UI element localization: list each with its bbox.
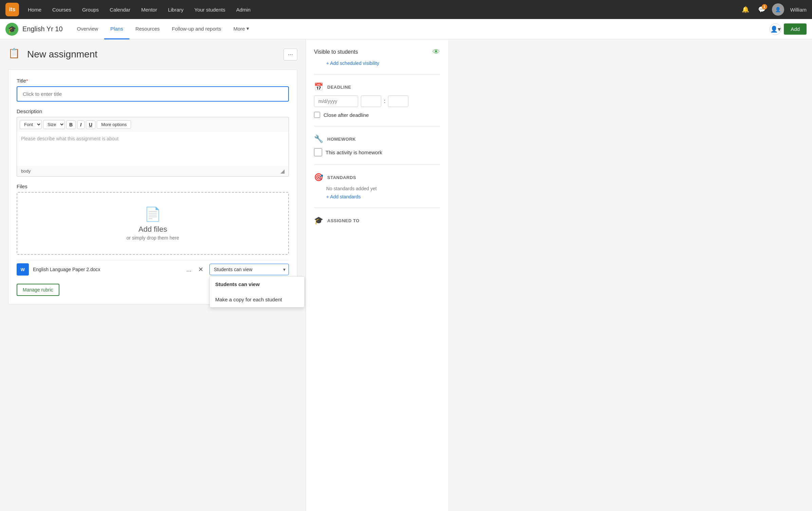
dropdown-menu: Students can view Make a copy for each s…: [209, 276, 304, 307]
file-type-icon: W: [17, 263, 29, 276]
deadline-section: 📅 DEADLINE 23 : 59 Close after deadline: [314, 83, 440, 126]
its-logo: its: [5, 3, 19, 16]
deadline-inputs: 23 : 59: [314, 95, 440, 107]
underline-button[interactable]: U: [86, 120, 95, 129]
homework-row: 🔧 HOMEWORK: [314, 135, 440, 143]
calendar-icon: 📅: [314, 83, 323, 91]
dropdown-option-students-can-view[interactable]: Students can view: [210, 277, 304, 292]
standards-row: 🎯 STANDARDS: [314, 173, 440, 182]
graduation-icon: 🎓: [8, 25, 16, 33]
page-title: New assignment: [27, 49, 278, 60]
file-visibility-dropdown[interactable]: Students can view Make a copy for each s…: [209, 264, 289, 275]
description-editor[interactable]: Please describe what this assignment is …: [17, 132, 289, 166]
more-options-button[interactable]: More options: [97, 120, 131, 129]
title-label: Title*: [17, 78, 289, 84]
nav-groups[interactable]: Groups: [77, 4, 104, 15]
tab-plans[interactable]: Plans: [104, 19, 129, 39]
nav-mentor[interactable]: Mentor: [136, 4, 162, 15]
add-scheduled-visibility-link[interactable]: + Add scheduled visibility: [326, 60, 440, 66]
options-button[interactable]: ···: [283, 49, 297, 60]
avatar-icon: 👤: [775, 7, 781, 12]
main-layout: 📋 New assignment ··· Title* Description …: [0, 39, 812, 511]
homework-checkbox-label: This activity is homework: [326, 149, 382, 155]
homework-section: 🔧 HOMEWORK This activity is homework: [314, 135, 440, 165]
tab-more[interactable]: More ▾: [227, 19, 255, 39]
file-item: W English Language Paper 2.docx ... ✕ St…: [17, 260, 289, 278]
homework-checkbox-row: This activity is homework: [314, 148, 440, 156]
dropdown-option-make-copy[interactable]: Make a copy for each student: [210, 292, 304, 307]
nav-admin[interactable]: Admin: [232, 4, 256, 15]
nav-your-students[interactable]: Your students: [190, 4, 230, 15]
homework-label: HOMEWORK: [327, 137, 356, 142]
nav-library[interactable]: Library: [163, 4, 188, 15]
account-button[interactable]: 👤 ▾: [770, 23, 781, 35]
nav-home[interactable]: Home: [23, 4, 46, 15]
standards-section: 🎯 STANDARDS No standards added yet + Add…: [314, 173, 440, 208]
bell-icon: 🔔: [742, 6, 749, 13]
eye-icon: 👁: [432, 48, 440, 56]
account-icon: 👤: [770, 25, 778, 33]
nav-calendar[interactable]: Calendar: [105, 4, 135, 15]
assigned-to-label: ASSIGNED TO: [327, 218, 359, 223]
course-title: English Yr 10: [22, 25, 63, 33]
editor-footer: body ◢: [17, 166, 289, 177]
assignment-header: 📋 New assignment ···: [8, 48, 297, 61]
message-badge: 1: [762, 4, 767, 10]
sub-nav: 🎓 English Yr 10 Overview Plans Resources…: [0, 19, 812, 39]
deadline-date-input[interactable]: [314, 95, 358, 107]
form-card: Title* Description Font Size B I U More …: [8, 69, 297, 304]
font-select[interactable]: Font: [20, 120, 42, 129]
deadline-minute-input[interactable]: 59: [388, 95, 408, 107]
visibility-section: Visible to students 👁 + Add scheduled vi…: [314, 48, 440, 74]
chevron-down-icon: ▾: [246, 25, 249, 32]
files-drop-zone[interactable]: 📄 Add files or simply drop them here: [17, 192, 289, 255]
files-add-sub: or simply drop them here: [31, 235, 275, 241]
standards-label: STANDARDS: [327, 175, 356, 180]
add-standards-link[interactable]: + Add standards: [326, 194, 440, 199]
assigned-to-icon: 🎓: [314, 216, 323, 225]
assigned-to-section: 🎓 ASSIGNED TO: [314, 216, 440, 237]
italic-button[interactable]: I: [77, 120, 85, 129]
deadline-colon: :: [384, 98, 385, 104]
manage-rubric-button[interactable]: Manage rubric: [17, 284, 59, 296]
title-input[interactable]: [17, 86, 289, 102]
close-after-deadline-checkbox[interactable]: [314, 112, 320, 118]
top-nav: its Home Courses Groups Calendar Mentor …: [0, 0, 812, 19]
file-actions: ... ✕: [184, 265, 205, 274]
size-select[interactable]: Size: [43, 120, 65, 129]
homework-checkbox[interactable]: [314, 148, 322, 156]
close-after-deadline-row: Close after deadline: [314, 112, 440, 118]
homework-icon: 🔧: [314, 135, 323, 143]
deadline-hour-input[interactable]: 23: [361, 95, 381, 107]
user-avatar[interactable]: 👤: [772, 3, 784, 16]
messages-button[interactable]: 💬 1: [756, 3, 768, 16]
user-name[interactable]: William: [790, 7, 807, 13]
file-close-button[interactable]: ✕: [196, 265, 205, 274]
close-after-deadline-label: Close after deadline: [324, 112, 369, 118]
sub-nav-tabs: Overview Plans Resources Follow-up and r…: [71, 19, 255, 39]
description-label: Description: [17, 108, 289, 114]
file-more-button[interactable]: ...: [184, 265, 193, 274]
file-name: English Language Paper 2.docx: [33, 267, 180, 272]
files-add-title: Add files: [31, 225, 275, 234]
editor-body-label: body: [21, 169, 31, 174]
visibility-row: Visible to students 👁: [314, 48, 440, 56]
assigned-to-row: 🎓 ASSIGNED TO: [314, 216, 440, 225]
deadline-row: 📅 DEADLINE: [314, 83, 440, 91]
add-button[interactable]: Add: [784, 23, 807, 35]
dropdown-icon: ▾: [778, 25, 781, 33]
file-visibility-select[interactable]: Students can view Make a copy for each s…: [209, 264, 289, 275]
editor-toolbar: Font Size B I U More options: [17, 117, 289, 132]
nav-courses[interactable]: Courses: [48, 4, 76, 15]
tab-followup[interactable]: Follow-up and reports: [166, 19, 227, 39]
file-add-icon: 📄: [31, 206, 275, 222]
resize-handle: ◢: [280, 168, 284, 174]
sidebar-area: Visible to students 👁 + Add scheduled vi…: [306, 39, 448, 511]
tab-resources[interactable]: Resources: [129, 19, 166, 39]
notifications-button[interactable]: 🔔: [739, 3, 752, 16]
visibility-title: Visible to students: [314, 49, 358, 55]
standards-icon: 🎯: [314, 173, 323, 182]
deadline-label: DEADLINE: [327, 85, 351, 90]
tab-overview[interactable]: Overview: [71, 19, 105, 39]
bold-button[interactable]: B: [66, 120, 76, 129]
